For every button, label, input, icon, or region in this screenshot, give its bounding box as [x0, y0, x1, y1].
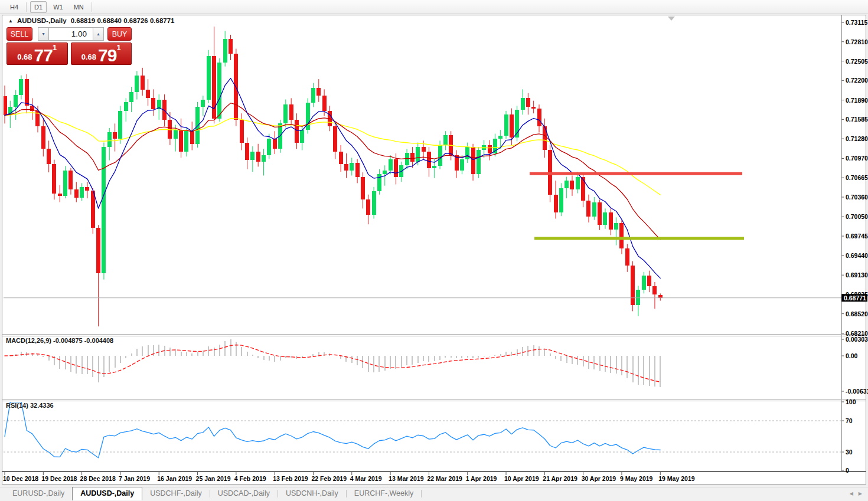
svg-text:30 Apr 2019: 30 Apr 2019 [582, 475, 616, 482]
svg-text:-0.006311: -0.006311 [846, 388, 868, 395]
svg-text:0.72200: 0.72200 [846, 77, 868, 84]
svg-text:0.70050: 0.70050 [846, 213, 868, 220]
svg-text:19 Dec 2018: 19 Dec 2018 [41, 475, 77, 482]
price-chart-canvas[interactable]: 0.731150.728100.725050.722000.718900.715… [0, 0, 868, 501]
buy-button[interactable]: BUY [107, 27, 132, 41]
svg-text:0.69440: 0.69440 [846, 252, 868, 259]
svg-text:4 Feb 2019: 4 Feb 2019 [234, 475, 266, 482]
svg-text:0.00: 0.00 [846, 352, 858, 359]
buy-price-sup: 1 [116, 43, 120, 52]
svg-text:10 Dec 2018: 10 Dec 2018 [3, 475, 38, 482]
svg-text:22 Mar 2019: 22 Mar 2019 [427, 475, 462, 482]
sell-price-box[interactable]: 0.68 77 1 [6, 42, 68, 65]
current-price-tag: 0.68771 [841, 294, 867, 302]
svg-text:4 Mar 2019: 4 Mar 2019 [350, 475, 382, 482]
svg-text:0.70970: 0.70970 [846, 155, 868, 162]
svg-text:21 Apr 2019: 21 Apr 2019 [543, 475, 577, 482]
svg-text:70: 70 [846, 417, 853, 424]
sell-price-small: 0.68 [17, 53, 32, 61]
svg-text:0: 0 [846, 467, 849, 474]
svg-text:22 Feb 2019: 22 Feb 2019 [311, 475, 347, 482]
svg-text:25 Jan 2019: 25 Jan 2019 [196, 475, 231, 482]
trade-controls-row: SELL ▾ ▴ BUY [6, 27, 132, 41]
chart-tab-eurchf[interactable]: EURCHF-,Weekly [347, 487, 421, 500]
svg-text:0.003035: 0.003035 [846, 336, 868, 343]
svg-text:0.69745: 0.69745 [846, 233, 868, 240]
svg-text:0.73115: 0.73115 [846, 19, 868, 26]
tab-separator [421, 490, 422, 497]
buy-price-big: 79 [98, 48, 116, 63]
svg-text:0.68771: 0.68771 [844, 294, 866, 302]
tabs-scroll-left-icon[interactable]: ◀ [850, 491, 853, 496]
svg-text:0.70665: 0.70665 [846, 174, 868, 181]
svg-text:0.71585: 0.71585 [846, 116, 868, 123]
svg-text:0.71890: 0.71890 [846, 97, 868, 104]
macd-indicator-label: MACD(12,26,9) -0.004875 -0.004408 [6, 337, 113, 344]
sell-button[interactable]: SELL [6, 27, 32, 41]
volume-input[interactable] [49, 27, 93, 41]
svg-text:16 Jan 2019: 16 Jan 2019 [157, 475, 192, 482]
chart-tabs-bar: EURUSD-,DailyAUDUSD-,DailyUSDCHF-,DailyU… [0, 487, 868, 501]
chart-title-symbol: AUDUSD-,Daily [17, 17, 67, 24]
svg-text:30: 30 [846, 448, 853, 456]
tabs-scroll-controls: ◀ ▶ [850, 491, 862, 496]
volume-stepper: ▾ ▴ [38, 27, 104, 41]
chart-title: ▲ AUDUSD-,Daily 0.68819 0.68840 0.68726 … [8, 17, 175, 24]
svg-text:13 Mar 2019: 13 Mar 2019 [389, 475, 424, 482]
svg-text:1 Apr 2019: 1 Apr 2019 [466, 475, 497, 482]
chart-tab-usdcad[interactable]: USDCAD-,Daily [210, 487, 278, 500]
svg-text:0.72810: 0.72810 [846, 38, 868, 45]
svg-text:13 Feb 2019: 13 Feb 2019 [273, 475, 308, 482]
svg-text:100: 100 [846, 398, 856, 405]
chart-title-quotes: 0.68819 0.68840 0.68726 0.68771 [71, 17, 175, 24]
chart-tab-usdcnh[interactable]: USDCNH-,Daily [278, 487, 346, 500]
svg-text:9 May 2019: 9 May 2019 [620, 475, 653, 482]
sell-price-sup: 1 [53, 43, 57, 52]
svg-text:28 Dec 2018: 28 Dec 2018 [80, 475, 116, 482]
chart-tab-audusd[interactable]: AUDUSD-,Daily [72, 487, 142, 500]
symbol-marker-icon: ▲ [8, 18, 13, 24]
one-click-trading-panel: SELL ▾ ▴ BUY 0.68 77 1 0.68 79 1 [6, 27, 132, 65]
tabs-scroll-right-icon[interactable]: ▶ [859, 491, 862, 496]
volume-decrease-button[interactable]: ▾ [38, 27, 49, 41]
buy-price-small: 0.68 [81, 53, 96, 61]
svg-text:0.68520: 0.68520 [846, 310, 868, 317]
chart-tab-eurusd[interactable]: EURUSD-,Daily [5, 487, 72, 500]
svg-text:10 Apr 2019: 10 Apr 2019 [504, 475, 539, 482]
svg-text:0.72505: 0.72505 [846, 58, 868, 65]
trade-prices-row: 0.68 77 1 0.68 79 1 [6, 42, 132, 65]
svg-text:0.70360: 0.70360 [846, 194, 868, 201]
rsi-indicator-label: RSI(14) 32.4336 [6, 402, 54, 409]
volume-increase-button[interactable]: ▴ [93, 27, 104, 41]
svg-text:19 May 2019: 19 May 2019 [658, 475, 694, 482]
sell-price-big: 77 [34, 48, 53, 63]
svg-text:0.69130: 0.69130 [846, 271, 868, 279]
svg-text:7 Jan 2019: 7 Jan 2019 [119, 475, 150, 482]
chart-tab-usdchf[interactable]: USDCHF-,Daily [142, 487, 210, 500]
svg-text:0.71280: 0.71280 [846, 135, 868, 142]
buy-price-box[interactable]: 0.68 79 1 [71, 42, 132, 65]
mt4-window: H4D1W1MN 0.731150.728100.725050.722000.7… [0, 0, 868, 501]
